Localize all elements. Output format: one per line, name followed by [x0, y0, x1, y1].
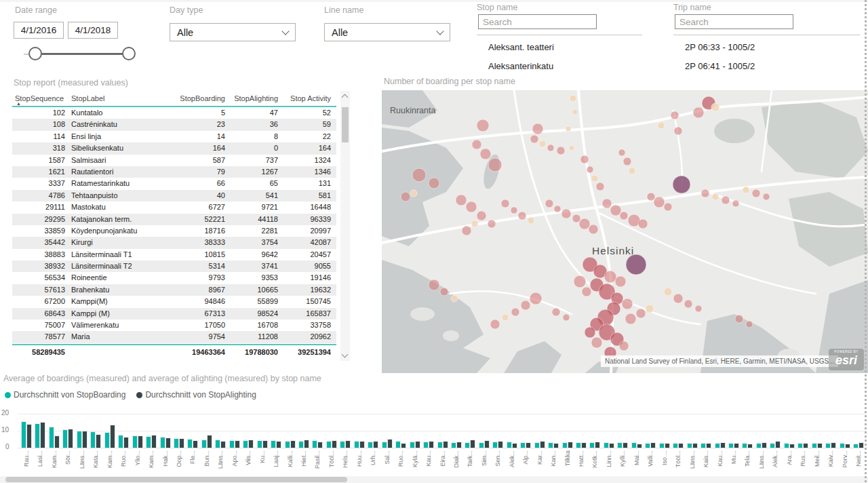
- map-bubble[interactable]: [440, 288, 448, 296]
- map-bubble[interactable]: [530, 135, 538, 143]
- list-item[interactable]: Aleksant. teatteri: [477, 38, 642, 57]
- bar-alighting[interactable]: [387, 439, 393, 448]
- map-bubble[interactable]: [619, 341, 629, 351]
- bar-alighting[interactable]: [762, 442, 767, 448]
- list-item[interactable]: 2P 06:33 - 1005/2: [673, 38, 860, 57]
- bar-boarding[interactable]: [201, 440, 207, 448]
- map-bubble[interactable]: [722, 196, 730, 204]
- map-bubble[interactable]: [451, 295, 458, 302]
- bar-boarding[interactable]: [507, 442, 512, 448]
- bar-boarding[interactable]: [520, 442, 526, 448]
- bar-alighting[interactable]: [207, 435, 212, 448]
- map-bubble[interactable]: [638, 219, 648, 229]
- bar-boarding[interactable]: [146, 436, 151, 448]
- bar-boarding[interactable]: [853, 444, 859, 448]
- date-slider-handle-start[interactable]: [28, 47, 42, 60]
- map-bubble[interactable]: [636, 309, 646, 318]
- table-row[interactable]: 75007Välimerenkatu170501670833758: [12, 320, 336, 331]
- bar-alighting[interactable]: [123, 437, 129, 448]
- date-start-input[interactable]: [14, 22, 64, 39]
- table-row[interactable]: 56534Roineentie9793935319146: [12, 272, 336, 284]
- bar-boarding[interactable]: [562, 442, 568, 448]
- bar-alighting[interactable]: [179, 438, 184, 448]
- line-name-dropdown[interactable]: Alle: [324, 23, 450, 41]
- trip-name-search-input[interactable]: [675, 14, 793, 29]
- map-bubble[interactable]: [623, 157, 631, 166]
- map-bubble[interactable]: [572, 109, 578, 115]
- bar-alighting[interactable]: [678, 443, 684, 448]
- map-bubble[interactable]: [466, 201, 477, 212]
- bar-alighting[interactable]: [40, 422, 45, 448]
- bar-alighting[interactable]: [734, 443, 739, 448]
- bar-alighting[interactable]: [96, 434, 101, 448]
- table-row[interactable]: 29111Mastokatu6727972116448: [12, 201, 336, 213]
- bar-alighting[interactable]: [540, 441, 545, 448]
- map-bubble[interactable]: [566, 126, 571, 132]
- map-bubble[interactable]: [591, 175, 598, 182]
- map-bubble[interactable]: [591, 337, 602, 348]
- bar-alighting[interactable]: [68, 429, 73, 448]
- bar-alighting[interactable]: [401, 443, 406, 448]
- list-item[interactable]: 2P 06:41 - 1005/2: [673, 57, 860, 76]
- bar-boarding[interactable]: [187, 439, 193, 448]
- table-row[interactable]: 108Castréninkatu233659: [12, 119, 336, 130]
- map-bubble[interactable]: [658, 122, 665, 129]
- bar-boarding[interactable]: [35, 423, 40, 448]
- table-scrollbar[interactable]: [340, 91, 350, 361]
- bar-boarding[interactable]: [21, 421, 26, 448]
- bar-boarding[interactable]: [576, 442, 581, 448]
- map-bubble[interactable]: [647, 193, 655, 201]
- bar-alighting[interactable]: [248, 440, 254, 448]
- bar-alighting[interactable]: [526, 442, 531, 448]
- bar-alighting[interactable]: [720, 442, 726, 448]
- bar-boarding[interactable]: [451, 442, 456, 448]
- bar-boarding[interactable]: [825, 443, 831, 448]
- table-row[interactable]: 29295Katajanokan term.522214411896339: [12, 214, 336, 225]
- bar-alighting[interactable]: [373, 441, 378, 448]
- bar-alighting[interactable]: [82, 431, 87, 448]
- bar-alighting[interactable]: [803, 443, 808, 448]
- map-bubble[interactable]: [763, 193, 770, 200]
- map-bubble[interactable]: [490, 320, 500, 329]
- map-bubble[interactable]: [574, 275, 586, 288]
- bar-boarding[interactable]: [465, 442, 470, 448]
- bar-alighting[interactable]: [747, 444, 753, 448]
- bar-boarding[interactable]: [687, 443, 692, 448]
- bar-boarding[interactable]: [673, 443, 678, 448]
- map-bubble[interactable]: [412, 168, 426, 182]
- map-bubble[interactable]: [511, 308, 519, 316]
- bar-boarding[interactable]: [604, 442, 609, 448]
- bar-boarding[interactable]: [715, 443, 720, 448]
- map-bubble[interactable]: [735, 315, 743, 323]
- map-bubble[interactable]: [671, 111, 679, 119]
- bar-alighting[interactable]: [415, 441, 420, 448]
- bar-alighting[interactable]: [262, 440, 268, 448]
- bar-alighting[interactable]: [235, 440, 240, 448]
- map-bubble[interactable]: [629, 168, 635, 174]
- map-bubble[interactable]: [410, 190, 417, 197]
- bar-alighting[interactable]: [623, 442, 628, 448]
- map-bubble[interactable]: [752, 189, 760, 197]
- map-bubble[interactable]: [646, 305, 654, 313]
- chart-hscrollbar[interactable]: [0, 476, 868, 483]
- scrollbar-thumb[interactable]: [5, 477, 347, 482]
- bar-alighting[interactable]: [54, 436, 60, 448]
- bar-boarding[interactable]: [49, 427, 54, 448]
- bar-boarding[interactable]: [423, 442, 429, 448]
- bar-alighting[interactable]: [789, 444, 795, 448]
- map-bubble[interactable]: [610, 205, 621, 216]
- bar-alighting[interactable]: [429, 441, 434, 448]
- bar-alighting[interactable]: [512, 443, 517, 448]
- bar-alighting[interactable]: [110, 425, 115, 448]
- bar-boarding[interactable]: [354, 441, 359, 448]
- map-bubble[interactable]: [539, 140, 546, 147]
- bar-boarding[interactable]: [395, 441, 401, 448]
- bar-alighting[interactable]: [470, 440, 475, 448]
- map-bubble[interactable]: [602, 199, 612, 208]
- map-bubble[interactable]: [570, 95, 576, 102]
- map-bubble[interactable]: [569, 145, 574, 151]
- table-row[interactable]: 114Ensi linja14822: [12, 131, 336, 142]
- map-bubble[interactable]: [462, 226, 471, 235]
- bar-alighting[interactable]: [831, 442, 836, 448]
- bar-alighting[interactable]: [443, 441, 448, 448]
